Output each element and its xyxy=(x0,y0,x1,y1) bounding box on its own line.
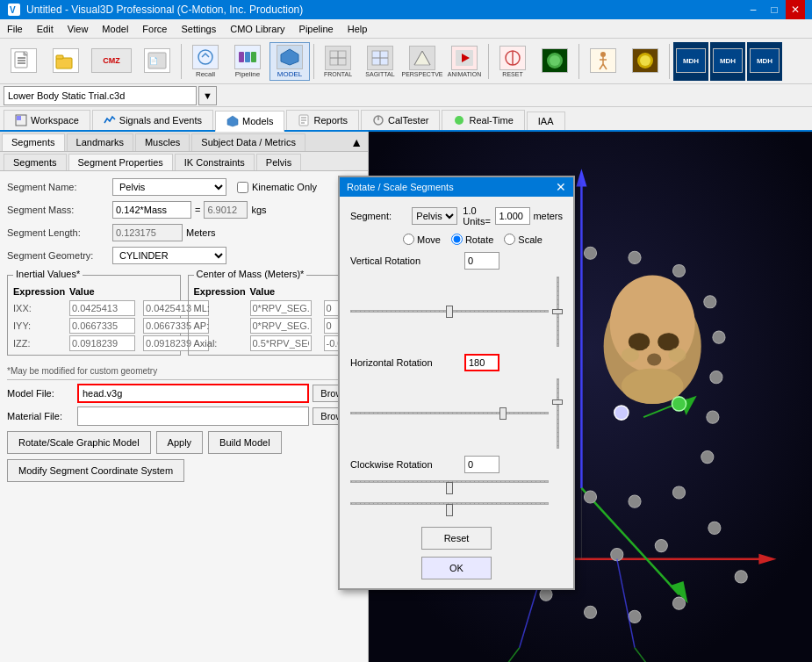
toolbar-cmz[interactable]: CMZ xyxy=(88,42,135,81)
close-btn[interactable]: ✕ xyxy=(786,0,805,19)
clockwise-slider-thumb[interactable] xyxy=(446,482,453,494)
svg-point-85 xyxy=(611,549,623,561)
toolbar-animation[interactable]: ANIMATION xyxy=(444,42,485,81)
iyy-expr-input[interactable] xyxy=(69,318,135,334)
kinematic-only-label: Kinematic Only xyxy=(237,182,317,193)
dialog-units-value[interactable]: 1.000 xyxy=(495,207,530,225)
svg-rect-12 xyxy=(239,52,244,62)
toolbar-reset[interactable]: RESET xyxy=(492,42,533,81)
toolbar-green-circle[interactable] xyxy=(535,42,575,81)
toolbar-yellow-circle[interactable] xyxy=(625,42,665,81)
vertical-slider-thumb[interactable] xyxy=(446,306,453,318)
tab-models[interactable]: Models xyxy=(215,111,284,132)
panel-scroll-up[interactable]: ▲ xyxy=(347,133,366,151)
build-model-btn[interactable]: Build Model xyxy=(208,431,281,454)
toolbar-sagittal[interactable]: SAGITTAL xyxy=(360,42,400,81)
dialog-segment-select[interactable]: Pelvis xyxy=(412,207,457,225)
panel-tab-subject[interactable]: Subject Data / Metrics xyxy=(191,133,305,151)
horizontal-rot-input[interactable]: 180 xyxy=(464,354,499,371)
segment-mass-input[interactable]: 0.142*Mass xyxy=(112,201,191,219)
tab-reports[interactable]: Reports xyxy=(286,110,359,130)
menu-force[interactable]: Force xyxy=(135,19,174,38)
toolbar-new[interactable] xyxy=(4,42,44,81)
toolbar-mdn1[interactable]: MDH xyxy=(673,42,708,81)
menu-view[interactable]: View xyxy=(61,19,96,38)
ml-expr-input[interactable] xyxy=(250,300,312,316)
panel-tab-landmarks[interactable]: Landmarks xyxy=(67,133,133,151)
menu-model[interactable]: Model xyxy=(95,19,135,38)
vertical-rot-input[interactable]: 0 xyxy=(464,252,499,270)
horizontal-slider-thumb[interactable] xyxy=(499,407,507,420)
panel-tab-muscles[interactable]: Muscles xyxy=(135,133,190,151)
menu-file[interactable]: File xyxy=(0,19,30,38)
menu-edit[interactable]: Edit xyxy=(30,19,61,38)
dialog-ok-row: OK xyxy=(350,557,563,579)
toolbar-recall[interactable]: Recall xyxy=(185,42,226,81)
toolbar-open[interactable] xyxy=(46,42,86,81)
toolbar-model-btn[interactable]: MODEL xyxy=(269,42,310,81)
vertical-side-thumb[interactable] xyxy=(552,309,563,314)
menu-pipeline[interactable]: Pipeline xyxy=(292,19,341,38)
segment-mass-kgs-input[interactable]: 6.9012 xyxy=(204,201,248,219)
sub-tab-pelvis[interactable]: Pelvis xyxy=(256,154,301,170)
svg-rect-14 xyxy=(251,52,256,62)
clockwise-rot-input[interactable]: 0 xyxy=(464,456,499,473)
menu-cmo-library[interactable]: CMO Library xyxy=(223,19,291,38)
tab-realtime[interactable]: Real-Time xyxy=(442,110,524,130)
radio-rotate[interactable]: Rotate xyxy=(451,234,493,245)
apply-btn[interactable]: Apply xyxy=(156,431,204,454)
com-header-expr: Expression xyxy=(194,286,247,299)
radio-scale[interactable]: Scale xyxy=(504,234,543,245)
maximize-btn[interactable]: □ xyxy=(765,0,784,19)
toolbar-mdn3[interactable]: MDH xyxy=(747,42,782,81)
horizontal-slider-container xyxy=(350,378,563,449)
clockwise-slider-thumb2[interactable] xyxy=(446,504,453,516)
izz-expr-input[interactable] xyxy=(69,335,135,351)
segment-geometry-select[interactable]: CYLINDER xyxy=(112,247,226,264)
svg-point-37 xyxy=(640,55,650,66)
toolbar-pipeline[interactable]: Pipeline xyxy=(227,42,268,81)
rotate-scale-btn[interactable]: Rotate/Scale Graphic Model xyxy=(7,431,151,454)
rotate-dialog-close-btn[interactable]: ✕ xyxy=(556,181,566,193)
svg-point-74 xyxy=(701,450,714,463)
sub-tab-segment-properties[interactable]: Segment Properties xyxy=(68,154,173,170)
modify-segment-coord-btn[interactable]: Modify Segment Coordinate System xyxy=(7,459,184,482)
material-file-input[interactable] xyxy=(77,407,309,426)
svg-point-93 xyxy=(614,406,629,420)
toolbar-perspective[interactable]: PERSPECTVE xyxy=(402,42,442,81)
tab-caltester[interactable]: CalTester xyxy=(361,110,440,130)
sub-tab-ik-constraints[interactable]: IK Constraints xyxy=(175,154,255,170)
material-file-row: Material File: Browse xyxy=(7,407,361,426)
toolbar-model2[interactable]: 📄 xyxy=(137,42,177,81)
clockwise-rotation-section: Clockwise Rotation 0 xyxy=(350,456,563,518)
model-file-input[interactable]: head.v3g xyxy=(77,384,309,403)
dialog-reset-btn[interactable]: Reset xyxy=(421,527,492,550)
dialog-reset-row: Reset xyxy=(350,527,563,550)
tab-iaa[interactable]: IAA xyxy=(527,112,565,130)
tab-workspace[interactable]: Workspace xyxy=(4,110,90,130)
tab-signals[interactable]: Signals and Events xyxy=(92,110,213,130)
menu-help[interactable]: Help xyxy=(341,19,375,38)
file-path-input[interactable]: Lower Body Static Trial.c3d xyxy=(4,86,197,105)
sub-tab-segments[interactable]: Segments xyxy=(4,154,67,170)
segment-name-select[interactable]: Pelvis xyxy=(112,178,226,196)
panel-tab-segments[interactable]: Segments xyxy=(2,133,65,151)
kinematic-only-checkbox[interactable] xyxy=(237,182,248,193)
svg-line-34 xyxy=(600,64,603,69)
toolbar-frontal[interactable]: FRONTAL xyxy=(318,42,358,81)
ap-expr-input[interactable] xyxy=(250,318,312,334)
radio-move[interactable]: Move xyxy=(403,234,441,245)
file-dropdown-btn[interactable]: ▼ xyxy=(198,86,217,105)
toolbar-skeleton[interactable] xyxy=(583,42,623,81)
nav-tabs: Workspace Signals and Events Models Repo… xyxy=(0,107,812,132)
svg-point-94 xyxy=(672,397,686,411)
segment-length-input[interactable]: 0.123175 xyxy=(112,224,183,241)
ixx-expr-input[interactable] xyxy=(69,300,135,316)
horizontal-side-thumb[interactable] xyxy=(552,399,563,405)
dialog-ok-btn[interactable]: OK xyxy=(421,557,492,579)
menu-settings[interactable]: Settings xyxy=(174,19,223,38)
svg-point-72 xyxy=(710,371,722,384)
toolbar-mdn2[interactable]: MDH xyxy=(710,42,745,81)
axial-expr-input[interactable] xyxy=(250,335,312,351)
minimize-btn[interactable]: – xyxy=(744,0,763,19)
